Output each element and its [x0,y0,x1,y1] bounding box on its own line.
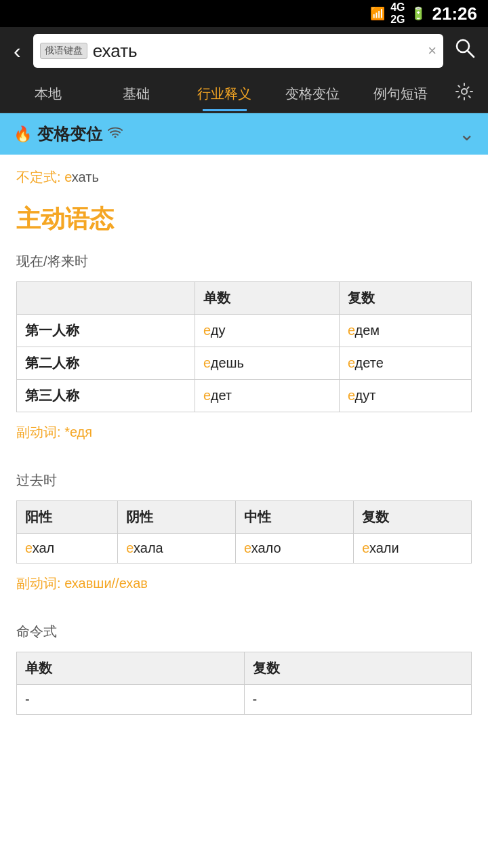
voice-title: 主动语态 [16,203,472,236]
tab-basic[interactable]: 基础 [92,77,180,111]
cell-past-fem: ехала [118,534,236,564]
content-area: 不定式: ехать 主动语态 现在/将来时 单数 复数 第一人称 еду ед… [0,155,488,739]
chevron-down-icon: ⌄ [459,123,474,145]
table-row: - - [17,685,472,715]
cell-2-singular: едешь [195,347,340,380]
present-future-table: 单数 复数 第一人称 еду едем 第二人称 едешь едете 第三人… [16,281,472,412]
table-header-singular: 单数 [195,282,340,315]
cell-past-plural: ехали [354,534,472,564]
imperative-label: 命令式 [16,623,472,641]
tab-local[interactable]: 本地 [4,77,92,111]
cell-3-plural: едут [339,380,471,412]
cell-imp-plural: - [244,685,472,715]
past-header-fem: 阴性 [118,501,236,534]
past-header-neut: 中性 [236,501,354,534]
imp-header-singular: 单数 [17,652,245,685]
search-button[interactable] [449,35,481,67]
svg-point-3 [115,136,117,138]
fire-icon: 🔥 [14,125,32,143]
cell-3-singular: едет [195,380,340,412]
past-participle-label: 副动词: [16,576,64,591]
imp-header-plural: 复数 [244,652,472,685]
search-input[interactable] [93,41,422,62]
past-tense-label: 过去时 [16,471,472,490]
clear-button[interactable]: × [428,42,436,60]
row-header-3: 第三人称 [17,380,195,412]
back-button[interactable]: ‹ [7,36,28,66]
table-header-empty [17,282,195,315]
cell-1-plural: едем [339,315,471,347]
status-icons: 📶 4G2G 🔋 [370,1,425,26]
past-participle: 副动词: ехавши//ехав [16,574,472,593]
cell-1-singular: еду [195,315,340,347]
nav-tabs: 本地 基础 行业释义 变格变位 例句短语 [0,75,488,113]
indefinite-line: 不定式: ехать [16,168,472,186]
svg-line-1 [468,51,474,57]
svg-point-2 [462,89,467,94]
table-row: 第二人称 едешь едете [17,347,472,380]
status-bar: 📶 4G2G 🔋 21:26 [0,0,488,27]
cell-past-masc: ехал [17,534,118,564]
table-row: ехал ехала ехало ехали [17,534,472,564]
table-header-plural: 复数 [339,282,471,315]
wifi-icon: 📶 [370,6,385,21]
indefinite-rest: хать [72,170,99,184]
section-banner[interactable]: 🔥 变格变位 ⌄ [0,113,488,155]
banner-title: 🔥 变格变位 [14,123,123,145]
present-participle: 副动词: *едя [16,423,472,441]
search-input-wrap: 俄语键盘 × [33,34,443,68]
search-bar: ‹ 俄语键盘 × [0,27,488,75]
tab-example[interactable]: 例句短语 [357,77,445,111]
past-header-plural: 复数 [354,501,472,534]
indefinite-e: е [64,170,72,184]
cell-imp-singular: - [17,685,245,715]
battery-icon: 🔋 [411,6,426,21]
imperative-table: 单数 复数 - - [16,652,472,715]
past-header-masc: 阳性 [17,501,118,534]
table-row: 第三人称 едет едут [17,380,472,412]
participle-label: 副动词: [16,425,64,439]
row-header-1: 第一人称 [17,315,195,347]
wifi-signal-icon [108,127,123,141]
status-time: 21:26 [432,3,478,24]
keyboard-badge: 俄语键盘 [40,43,87,59]
main-content: 🔥 变格变位 ⌄ 不定式: ехать 主动语态 现在/将来时 [0,113,488,739]
settings-button[interactable] [445,75,484,113]
tab-conjugation[interactable]: 变格变位 [268,77,357,111]
signal-icon: 4G2G [390,1,405,26]
cell-past-neut: ехало [236,534,354,564]
cell-2-plural: едете [339,347,471,380]
table-row: 第一人称 еду едем [17,315,472,347]
tab-industry[interactable]: 行业释义 [180,77,268,111]
indefinite-label: 不定式: [16,170,61,184]
row-header-2: 第二人称 [17,347,195,380]
past-tense-table: 阳性 阴性 中性 复数 ехал ехала ехало ехали [16,500,472,564]
present-future-label: 现在/将来时 [16,252,472,271]
